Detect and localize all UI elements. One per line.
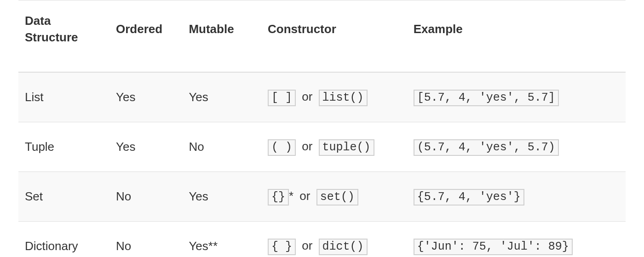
code-literal: ( )	[268, 139, 296, 156]
cell-name: List	[18, 72, 109, 122]
table-header-row: Data Structure Ordered Mutable Construct…	[18, 0, 626, 72]
header-example: Example	[407, 0, 626, 72]
table-row: Set No Yes {}* or set() {5.7, 4, 'yes'}	[18, 171, 626, 221]
cell-example: {'Jun': 75, 'Jul': 89}	[407, 221, 626, 257]
cell-ordered: No	[109, 171, 182, 221]
data-structures-table: Data Structure Ordered Mutable Construct…	[18, 0, 626, 257]
cell-constructor: { } or dict()	[261, 221, 407, 257]
cell-example: (5.7, 4, 'yes', 5.7)	[407, 122, 626, 171]
cell-mutable: No	[182, 122, 261, 171]
header-constructor: Constructor	[261, 0, 407, 72]
table-row: List Yes Yes [ ] or list() [5.7, 4, 'yes…	[18, 72, 626, 122]
separator-or: or	[302, 139, 312, 153]
header-data-structure: Data Structure	[18, 0, 109, 72]
code-example: [5.7, 4, 'yes', 5.7]	[414, 90, 559, 106]
cell-ordered: No	[109, 221, 182, 257]
code-func: dict()	[319, 239, 368, 255]
cell-example: [5.7, 4, 'yes', 5.7]	[407, 72, 626, 122]
cell-name: Tuple	[18, 122, 109, 171]
header-ordered: Ordered	[109, 0, 182, 72]
code-literal: {}	[268, 189, 289, 206]
cell-ordered: Yes	[109, 72, 182, 122]
code-example: {'Jun': 75, 'Jul': 89}	[414, 239, 573, 255]
separator-or: or	[299, 189, 310, 203]
code-example: (5.7, 4, 'yes', 5.7)	[414, 139, 559, 156]
separator-or: or	[302, 239, 312, 252]
cell-constructor: [ ] or list()	[261, 72, 407, 122]
code-example: {5.7, 4, 'yes'}	[414, 189, 524, 206]
cell-constructor: {}* or set()	[261, 171, 407, 221]
constructor-note: *	[289, 189, 293, 203]
cell-mutable: Yes	[182, 72, 261, 122]
code-func: list()	[319, 90, 368, 106]
cell-mutable: Yes**	[182, 221, 261, 257]
cell-name: Dictionary	[18, 221, 109, 257]
cell-mutable: Yes	[182, 171, 261, 221]
code-literal: [ ]	[268, 90, 296, 106]
table-row: Tuple Yes No ( ) or tuple() (5.7, 4, 'ye…	[18, 122, 626, 171]
cell-name: Set	[18, 171, 109, 221]
code-func: tuple()	[319, 139, 374, 156]
cell-ordered: Yes	[109, 122, 182, 171]
cell-example: {5.7, 4, 'yes'}	[407, 171, 626, 221]
code-func: set()	[316, 189, 358, 206]
table-row: Dictionary No Yes** { } or dict() {'Jun'…	[18, 221, 626, 257]
code-literal: { }	[268, 239, 296, 255]
header-mutable: Mutable	[182, 0, 261, 72]
cell-constructor: ( ) or tuple()	[261, 122, 407, 171]
separator-or: or	[302, 90, 312, 103]
